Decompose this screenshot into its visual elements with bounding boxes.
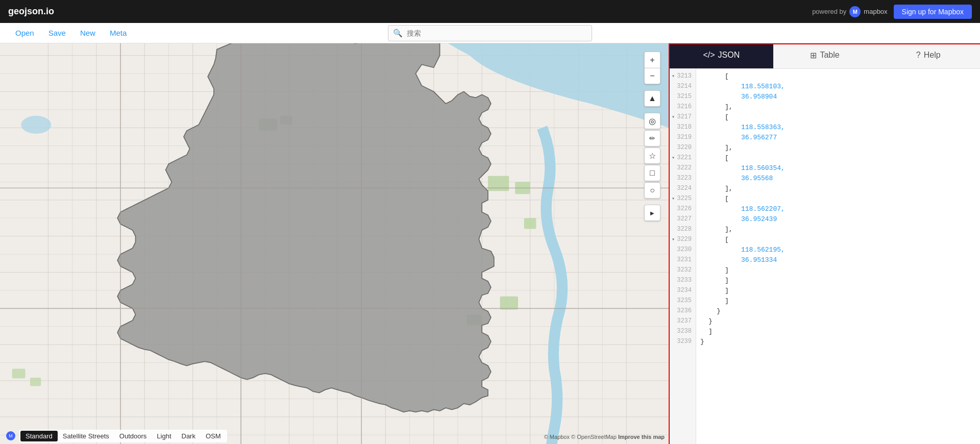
zoom-controls: + −	[644, 52, 660, 84]
navbar-right: powered by M mapbox Sign up for Mapbox	[812, 5, 972, 19]
json-editor: ▾3213321432153216▾3217321832193220▾32213…	[670, 69, 980, 444]
line-number: 3235	[670, 295, 696, 306]
right-panel: </> JSON ⊞ Table ? Help ▾321332143215321…	[669, 43, 980, 444]
line-number: ▾3221	[670, 153, 696, 163]
search-container: 🔍	[388, 25, 592, 41]
zoom-out-button[interactable]: −	[644, 68, 660, 84]
line-number: 3224	[670, 183, 696, 193]
map-svg	[0, 43, 669, 444]
table-tab-icon: ⊞	[810, 51, 817, 60]
line-number: 3230	[670, 244, 696, 255]
line-number: 3228	[670, 224, 696, 234]
json-line: ],	[700, 224, 980, 234]
navbar-left: geojson.io	[8, 6, 54, 17]
mapbox-credit: M	[6, 431, 15, 440]
search-input[interactable]	[388, 25, 592, 41]
json-line: }	[700, 316, 980, 326]
draw-point-button[interactable]: ○	[644, 182, 660, 199]
line-numbers: ▾3213321432153216▾3217321832193220▾32213…	[670, 69, 696, 444]
json-tab-icon: </>	[703, 51, 715, 60]
json-line: ]	[700, 265, 980, 275]
line-number: 3226	[670, 204, 696, 214]
navbar: geojson.io powered by M mapbox Sign up f…	[0, 0, 980, 23]
menu-save[interactable]: Save	[41, 24, 73, 41]
table-tab-label: Table	[820, 51, 839, 60]
style-tab-light[interactable]: Light	[152, 431, 176, 441]
line-number: 3237	[670, 316, 696, 326]
mapbox-logo-small-icon: M	[6, 431, 15, 440]
menu-new[interactable]: New	[73, 24, 103, 41]
tab-table[interactable]: ⊞ Table	[773, 43, 877, 68]
geolocate-button[interactable]: ◎	[644, 113, 660, 129]
json-line: }	[700, 306, 980, 316]
line-number: ▾3229	[670, 234, 696, 244]
json-line: 36.952439	[700, 214, 980, 224]
map-background	[0, 43, 669, 444]
json-content[interactable]: [118.558103,36.958904],[118.558363,36.95…	[696, 69, 980, 444]
json-line: 118.558103,	[700, 81, 980, 91]
improve-map-link[interactable]: Improve this map	[618, 434, 665, 440]
map-style-tabs: Standard Satellite Streets Outdoors Ligh…	[19, 430, 227, 442]
main-layout: + − ▲ ◎ ✏ ☆ □ ○ ▶ M Standard Satellite	[0, 43, 980, 444]
svg-rect-54	[500, 297, 518, 310]
map-controls: + − ▲ ◎ ✏ ☆ □ ○ ▶	[644, 52, 660, 221]
powered-by-text: powered by M mapbox	[812, 6, 887, 17]
style-tab-osm[interactable]: OSM	[201, 431, 226, 441]
map-bottom-bar: M Standard Satellite Streets Outdoors Li…	[0, 428, 669, 444]
tab-help[interactable]: ? Help	[876, 43, 980, 68]
json-line: ],	[700, 183, 980, 193]
site-logo[interactable]: geojson.io	[8, 6, 54, 17]
json-line: [	[700, 193, 980, 204]
line-number: ▾3225	[670, 193, 696, 204]
line-number: 3223	[670, 173, 696, 183]
panel-tabs: </> JSON ⊞ Table ? Help	[670, 43, 980, 69]
style-tab-outdoors[interactable]: Outdoors	[114, 431, 152, 441]
json-line: [	[700, 112, 980, 122]
mapbox-logo-icon: M	[849, 6, 861, 17]
json-tab-label: JSON	[718, 51, 740, 60]
line-number: 3232	[670, 265, 696, 275]
line-number: 3218	[670, 122, 696, 132]
map-attribution: © Mapbox © OpenStreetMap Improve this ma…	[544, 434, 665, 440]
line-number: 3216	[670, 102, 696, 112]
json-line: ],	[700, 142, 980, 153]
map-container[interactable]: + − ▲ ◎ ✏ ☆ □ ○ ▶ M Standard Satellite	[0, 43, 669, 444]
line-number: 3238	[670, 326, 696, 336]
line-number: 3222	[670, 163, 696, 173]
menu-open[interactable]: Open	[8, 24, 41, 41]
line-number: 3214	[670, 81, 696, 91]
svg-rect-53	[524, 218, 536, 229]
search-icon: 🔍	[393, 29, 403, 38]
signup-button[interactable]: Sign up for Mapbox	[894, 5, 972, 19]
tool-controls: ◎ ✏ ☆ □ ○	[644, 113, 660, 199]
json-line: 36.95568	[700, 173, 980, 183]
json-line: [	[700, 71, 980, 81]
json-line: [	[700, 234, 980, 244]
svg-rect-56	[12, 368, 26, 378]
json-line: 118.560354,	[700, 163, 980, 173]
menu-meta[interactable]: Meta	[103, 24, 134, 41]
json-line: ]	[700, 285, 980, 295]
tab-json[interactable]: </> JSON	[670, 43, 773, 68]
line-number: 3220	[670, 142, 696, 153]
draw-rect-button[interactable]: □	[644, 165, 660, 181]
help-tab-label: Help	[924, 51, 941, 60]
line-number: 3215	[670, 91, 696, 102]
zoom-in-button[interactable]: +	[644, 52, 660, 68]
json-line: ]	[700, 275, 980, 285]
json-line: 36.956277	[700, 132, 980, 142]
reset-bearing-button[interactable]: ▲	[644, 90, 660, 107]
menubar: Open Save New Meta 🔍	[0, 23, 980, 43]
style-tab-dark[interactable]: Dark	[177, 431, 201, 441]
style-tab-standard[interactable]: Standard	[20, 431, 58, 441]
style-tab-satellite[interactable]: Satellite Streets	[58, 431, 114, 441]
json-line: 118.562195,	[700, 244, 980, 255]
draw-polygon-button[interactable]: ☆	[644, 147, 660, 164]
line-number: 3239	[670, 336, 696, 347]
json-line: }	[700, 336, 980, 347]
draw-line-button[interactable]: ✏	[644, 130, 660, 146]
json-line: ]	[700, 295, 980, 306]
expand-panel-button[interactable]: ▶	[644, 205, 660, 221]
json-line: ],	[700, 102, 980, 112]
svg-rect-57	[30, 378, 41, 386]
